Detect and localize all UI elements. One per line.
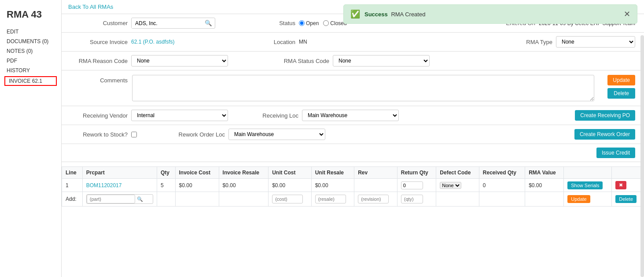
col-invoice-cost: Invoice Cost (175, 167, 219, 179)
customer-group: Customer 🔍 (70, 18, 256, 29)
add-qty-input-cell (397, 192, 436, 207)
rma-table: Line Prcpart Qty Invoice Cost Invoice Re… (62, 166, 644, 207)
rma-type-select[interactable]: None Return Exchange Repair (556, 36, 635, 48)
rma-reason-group: RMA Reason Code None (70, 55, 228, 66)
add-rma-val-cell (525, 192, 564, 207)
col-line: Line (62, 167, 83, 179)
add-part-input[interactable] (87, 195, 135, 203)
notification-message: RMA Created (391, 11, 425, 18)
sidebar-item-documents[interactable]: DOCUMENTS (0) (0, 37, 61, 46)
location-label: Location (260, 39, 295, 45)
add-update-cell: Update (564, 192, 612, 207)
col-actions-1 (564, 167, 612, 179)
rework-to-stock-checkbox[interactable] (131, 132, 137, 137)
col-rma-value: RMA Value (525, 167, 564, 179)
rma-status-group: RMA Status Code None (272, 55, 430, 66)
receiving-vendor-select[interactable]: Internal External (131, 110, 228, 121)
sidebar-item-pdf[interactable]: PDF (0, 56, 61, 66)
row-rev (354, 179, 397, 192)
add-cost-input[interactable] (272, 195, 303, 203)
rma-status-select[interactable]: None (333, 55, 430, 66)
show-serials-button[interactable]: Show Serials (567, 181, 603, 189)
status-open-label[interactable]: Open (299, 20, 319, 26)
col-unit-cost: Unit Cost (269, 167, 312, 179)
status-open-text: Open (306, 20, 319, 26)
location-value: MN (299, 39, 307, 45)
notification-close-button[interactable]: ✕ (624, 10, 630, 18)
col-received-qty: Received Qty (479, 167, 525, 179)
row-delete: ✖ (612, 179, 644, 192)
add-qty-cell (157, 192, 176, 207)
source-invoice-link[interactable]: 62.1 (P.O. asdfsfs) (131, 39, 175, 45)
success-notification: ✅ Success RMA Created ✕ (343, 4, 637, 24)
receiving-loc-label: Receiving Loc (254, 112, 298, 119)
sidebar-item-invoice[interactable]: INVOICE 62.1 (4, 76, 57, 86)
sidebar-item-notes[interactable]: NOTES (0) (0, 46, 61, 56)
add-revision-input[interactable] (358, 195, 389, 203)
sidebar-item-edit[interactable]: EDIT (0, 27, 61, 37)
update-button[interactable]: Update (607, 75, 635, 85)
sidebar-nav: EDIT DOCUMENTS (0) NOTES (0) PDF HISTORY… (0, 27, 61, 87)
rma-reason-label: RMA Reason Code (70, 58, 128, 64)
col-prcpart: Prcpart (82, 167, 157, 179)
add-label: Add: (62, 192, 83, 207)
table-header-row: Line Prcpart Qty Invoice Cost Invoice Re… (62, 167, 644, 179)
rework-order-loc-select[interactable]: Main Warehouse (228, 129, 325, 140)
customer-label: Customer (70, 20, 128, 26)
customer-search-button[interactable]: 🔍 (202, 18, 215, 28)
form-row-comments: Comments Update Delete (62, 70, 644, 106)
row-prcpart: BOM11202017 (82, 179, 157, 192)
create-receiving-po-button[interactable]: Create Receiving PO (575, 110, 635, 121)
sidebar-item-history[interactable]: HISTORY (0, 66, 61, 75)
row-delete-button[interactable]: ✖ (615, 181, 626, 189)
add-qty-input[interactable] (401, 195, 423, 203)
location-group: Location MN (260, 39, 445, 45)
add-row: Add: 🔍 (62, 192, 644, 207)
comments-actions: Update Delete (607, 75, 635, 99)
add-part-search-button[interactable]: 🔍 (135, 196, 145, 203)
row-prcpart-link[interactable]: BOM11202017 (86, 182, 122, 188)
add-delete-button[interactable]: Delete (615, 195, 637, 203)
row-return-qty-input[interactable] (401, 181, 423, 189)
rma-reason-select[interactable]: None (131, 55, 228, 66)
row-rma-value: $0.00 (525, 179, 564, 192)
form-row-rework: Rework to Stock? Rework Order Loc Main W… (62, 125, 644, 144)
back-to-rmas-link[interactable]: Back To All RMAs (68, 4, 113, 10)
row-defect-code: None (436, 179, 479, 192)
comments-label: Comments (70, 75, 128, 84)
receiving-loc-group: Receiving Loc Main Warehouse (254, 110, 399, 121)
comments-textarea[interactable] (132, 75, 594, 101)
row-qty: 5 (157, 179, 176, 192)
add-revision-cell (354, 192, 397, 207)
issue-credit-row: Issue Credit (62, 144, 644, 162)
rma-status-label: RMA Status Code (272, 58, 329, 64)
notification-type: Success (364, 11, 388, 18)
table-section: Line Prcpart Qty Invoice Cost Invoice Re… (62, 162, 644, 211)
col-unit-resale: Unit Resale (311, 167, 354, 179)
col-defect-code: Defect Code (436, 167, 479, 179)
receiving-loc-select[interactable]: Main Warehouse (302, 110, 399, 121)
col-return-qty: Return Qty (397, 167, 436, 179)
rework-order-loc-label: Rework Order Loc (172, 131, 225, 138)
add-part-wrapper: 🔍 (86, 194, 153, 204)
add-update-button[interactable]: Update (567, 195, 590, 203)
form-row-3: RMA Reason Code None RMA Status Code Non… (62, 52, 644, 70)
status-closed-radio[interactable] (323, 20, 329, 26)
delete-button[interactable]: Delete (607, 88, 635, 99)
customer-input[interactable] (132, 18, 202, 28)
issue-credit-button[interactable]: Issue Credit (596, 148, 635, 158)
add-delete-cell: Delete (612, 192, 644, 207)
row-line: 1 (62, 179, 83, 192)
add-part-cell: 🔍 (82, 192, 157, 207)
scrollbar[interactable] (640, 35, 644, 277)
status-label: Status (260, 20, 295, 26)
col-actions-2 (612, 167, 644, 179)
add-resale-input[interactable] (315, 195, 346, 203)
receiving-vendor-label: Receiving Vendor (70, 112, 128, 119)
status-radio-group: Open Closed (299, 20, 347, 26)
create-rework-order-button[interactable]: Create Rework Order (574, 129, 635, 140)
row-unit-resale: $0.00 (311, 179, 354, 192)
status-open-radio[interactable] (299, 20, 305, 26)
notification-text: Success RMA Created (364, 11, 619, 18)
row-defect-code-select[interactable]: None (440, 182, 461, 189)
